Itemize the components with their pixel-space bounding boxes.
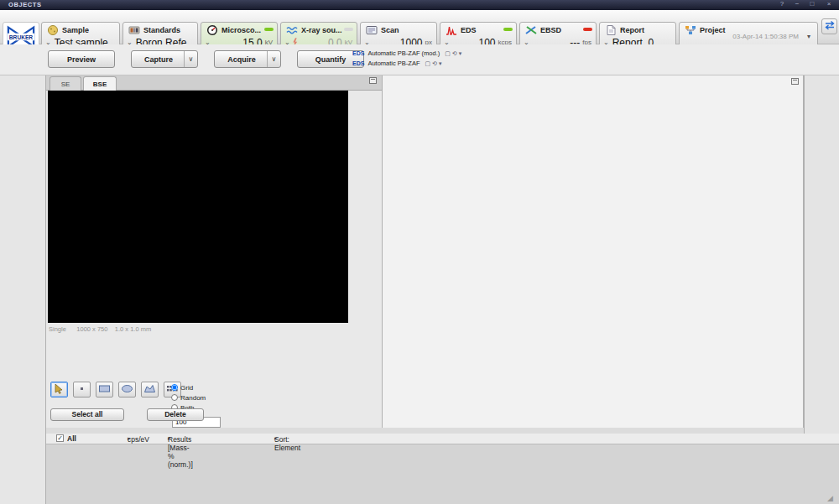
results-table: ✓ All ▸ cps/eV ▸ Results [Mass-%(norm.)]… [46, 434, 839, 504]
spectrum-panel-restore-icon[interactable] [791, 78, 799, 85]
radio-grid[interactable]: Grid [171, 384, 193, 393]
bse-image[interactable] [48, 91, 348, 323]
mode-sidebar [0, 75, 46, 504]
status-indicator [264, 28, 274, 31]
tool-point-button[interactable] [73, 382, 91, 397]
action-toolbar: Preview Capture∨ Acquire∨ Quantify EDSAu… [0, 44, 839, 75]
svg-text:BRUKER: BRUKER [9, 34, 34, 40]
tab-se[interactable]: SE [50, 76, 81, 91]
status-indicator [344, 28, 353, 31]
project-timestamp: 03-Apr-14 1:50:38 PM [732, 33, 799, 40]
project-swap-button[interactable] [821, 18, 837, 34]
project-icon [684, 24, 697, 39]
capture-button[interactable]: Capture∨ [131, 50, 198, 68]
window-title: OBJECTS [8, 1, 42, 8]
status-indicator [503, 28, 513, 31]
main-toolbar: BRUKER Sample⌄Test sampleStandards⌄Boron… [0, 10, 839, 44]
tool-select-button[interactable] [50, 382, 68, 397]
status-indicator [583, 28, 592, 31]
results-table-header: ✓ All ▸ cps/eV ▸ Results [Mass-%(norm.)]… [46, 434, 839, 444]
image-panel-restore-icon[interactable] [369, 77, 377, 84]
capture-dropdown[interactable]: ∨ [184, 51, 197, 67]
all-label: All [67, 434, 76, 443]
acquire-button[interactable]: Acquire∨ [214, 50, 281, 68]
eds-method-2[interactable]: EDSAutomatic PB-ZAF▢ ⟲ ▾ [352, 60, 441, 69]
resize-grip[interactable]: ◢ [827, 494, 837, 502]
spectrum-panel [382, 75, 804, 428]
title-bar: OBJECTS ? − □ × [0, 0, 839, 10]
delete-button[interactable]: Delete [147, 408, 204, 421]
select-all-button[interactable]: Select all [50, 408, 124, 421]
tab-bse[interactable]: BSE [83, 76, 117, 91]
minimize-button[interactable]: − [790, 0, 804, 9]
app-window: OBJECTS ? − □ × BRUKER Sample⌄Test sampl… [0, 0, 839, 504]
chevron-down-icon[interactable]: ▾ [807, 33, 810, 40]
close-button[interactable]: × [822, 0, 836, 9]
radio-random[interactable]: Random [171, 394, 206, 403]
preview-button[interactable]: Preview [48, 50, 115, 68]
help-button[interactable]: ? [775, 0, 789, 9]
tool-ellipse-button[interactable] [118, 382, 136, 397]
acquire-dropdown[interactable]: ∨ [267, 51, 280, 67]
tool-rectangle-button[interactable] [96, 382, 113, 397]
image-status-text: Single 1000 x 750 1.0 x 1.0 mm [49, 325, 151, 333]
all-checkbox[interactable]: ✓ [56, 434, 64, 442]
tool-polygon-button[interactable] [141, 382, 159, 397]
eds-method-1[interactable]: EDSAutomatic PB-ZAF (mod.)▢ ⟲ ▾ [352, 49, 461, 59]
maximize-button[interactable]: □ [805, 0, 819, 9]
